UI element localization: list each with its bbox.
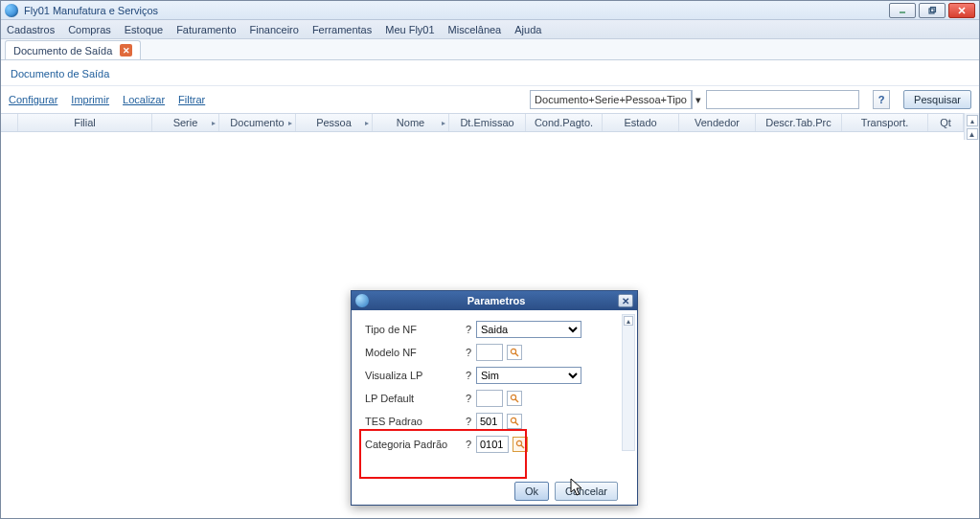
link-filtrar[interactable]: Filtrar (178, 94, 205, 105)
link-localizar[interactable]: Localizar (123, 94, 165, 105)
pesquisar-button[interactable]: Pesquisar (903, 90, 971, 109)
tabstrip: Documento de Saída ✕ (1, 39, 979, 60)
col-serie[interactable]: Serie▸ (152, 114, 219, 131)
search-input[interactable] (706, 90, 859, 109)
minimize-icon (898, 6, 907, 15)
menubar: Cadastros Compras Estoque Faturamento Fi… (1, 20, 979, 39)
input-lp-default[interactable] (476, 390, 503, 407)
dialog-close-button[interactable]: ✕ (618, 294, 633, 307)
col-descrtabprc[interactable]: Descr.Tab.Prc (756, 114, 842, 131)
help-marker[interactable]: ? (461, 324, 476, 335)
restore-button[interactable] (919, 3, 946, 18)
dialog-title: Parametros (375, 295, 618, 306)
cancelar-button[interactable]: Cancelar (555, 482, 618, 501)
lookup-tes-padrao[interactable] (507, 414, 522, 429)
col-pessoa[interactable]: Pessoa▸ (296, 114, 373, 131)
col-nome[interactable]: Nome▸ (373, 114, 449, 131)
search-help-button[interactable]: ? (873, 90, 890, 109)
sort-caret-icon: ▸ (288, 119, 292, 127)
tab-label: Documento de Saída (13, 45, 112, 56)
tab-close-icon[interactable]: ✕ (120, 44, 132, 56)
lookup-categoria-padrao[interactable] (513, 437, 528, 452)
search-icon (510, 394, 519, 403)
label-tes-padrao: TES Padrao (365, 416, 461, 427)
col-condpagto[interactable]: Cond.Pagto. (526, 114, 603, 131)
menu-meu-fly01[interactable]: Meu Fly01 (385, 24, 434, 35)
col-vendedor[interactable]: Vendedor (679, 114, 756, 131)
col-transport[interactable]: Transport. (842, 114, 928, 131)
scroll-up-icon[interactable]: ▴ (624, 316, 633, 326)
menu-faturamento[interactable]: Faturamento (176, 24, 236, 35)
minimize-button[interactable] (889, 3, 916, 18)
search-icon (510, 348, 519, 357)
help-marker[interactable]: ? (461, 439, 476, 450)
svg-rect-2 (931, 7, 936, 11)
close-button[interactable] (948, 3, 975, 18)
cancelar-label: Cancelar (565, 485, 607, 497)
row-tes-padrao: TES Padrao ? (365, 410, 631, 433)
label-tipo-nf: Tipo de NF (365, 324, 461, 335)
svg-line-10 (515, 422, 518, 425)
sort-caret-icon: ▸ (365, 119, 369, 127)
label-lp-default: LP Default (365, 393, 461, 404)
menu-cadastros[interactable]: Cadastros (7, 24, 55, 35)
sort-combo[interactable]: Documento+Serie+Pessoa+Tipo ▾ (530, 90, 693, 109)
panel-title: Documento de Saída (1, 61, 979, 86)
svg-point-7 (511, 395, 515, 399)
parametros-dialog: Parametros ✕ Tipo de NF ? Saida Modelo N… (351, 290, 638, 506)
row-modelo-nf: Modelo NF ? (365, 341, 631, 364)
svg-point-5 (511, 349, 515, 353)
tab-documento-saida[interactable]: Documento de Saída ✕ (5, 40, 141, 59)
help-icon: ? (878, 94, 885, 105)
menu-estoque[interactable]: Estoque (125, 24, 163, 35)
menu-ferramentas[interactable]: Ferramentas (312, 24, 372, 35)
menu-financeiro[interactable]: Financeiro (250, 24, 299, 35)
col-dtemissao[interactable]: Dt.Emissao (449, 114, 526, 131)
grid-marker-col[interactable] (1, 114, 18, 131)
scroll-top-icon[interactable]: ▴ (967, 115, 978, 126)
toolbar: Configurar Imprimir Localizar Filtrar Do… (1, 86, 979, 113)
restore-icon (927, 6, 937, 15)
dialog-body: Tipo de NF ? Saida Modelo NF ? Visualiza… (352, 310, 637, 478)
col-qt[interactable]: Qt (928, 114, 964, 131)
dialog-titlebar[interactable]: Parametros ✕ (352, 291, 637, 310)
close-icon (957, 6, 967, 15)
scroll-up-icon[interactable]: ▲ (967, 128, 978, 140)
link-imprimir[interactable]: Imprimir (71, 94, 109, 105)
col-estado[interactable]: Estado (603, 114, 679, 131)
dialog-app-icon (355, 294, 369, 307)
col-documento[interactable]: Documento▸ (219, 114, 296, 131)
label-modelo-nf: Modelo NF (365, 347, 461, 358)
sort-caret-icon: ▸ (442, 119, 445, 127)
help-marker[interactable]: ? (461, 347, 476, 358)
input-visualiza-lp[interactable]: Sim (476, 367, 581, 384)
input-modelo-nf[interactable] (476, 344, 503, 361)
grid-scroll-gutter[interactable]: ▴ ▲ (964, 113, 979, 140)
label-visualiza-lp: Visualiza LP (365, 370, 461, 381)
input-tipo-nf[interactable]: Saida (476, 321, 581, 338)
ok-button[interactable]: Ok (514, 482, 549, 501)
help-marker[interactable]: ? (461, 393, 476, 404)
lookup-lp-default[interactable] (507, 391, 522, 406)
link-configurar[interactable]: Configurar (9, 94, 57, 105)
menu-compras[interactable]: Compras (68, 24, 111, 35)
menu-ajuda[interactable]: Ajuda (514, 24, 541, 35)
svg-point-9 (511, 417, 515, 422)
search-icon (510, 417, 519, 426)
ok-label: Ok (525, 485, 538, 497)
row-tipo-nf: Tipo de NF ? Saida (365, 318, 631, 341)
help-marker[interactable]: ? (461, 370, 476, 381)
row-lp-default: LP Default ? (365, 387, 631, 410)
help-marker[interactable]: ? (461, 416, 476, 427)
menu-miscelanea[interactable]: Miscelânea (448, 24, 502, 35)
grid-header: Filial Serie▸ Documento▸ Pessoa▸ Nome▸ D… (1, 113, 964, 132)
svg-line-8 (515, 399, 518, 402)
col-filial[interactable]: Filial (18, 114, 152, 131)
input-tes-padrao[interactable] (476, 413, 503, 430)
svg-line-6 (515, 353, 518, 356)
input-categoria-padrao[interactable] (476, 436, 509, 453)
dialog-scrollbar[interactable]: ▴ (622, 314, 635, 451)
label-categoria-padrao: Categoria Padrão (365, 439, 461, 450)
lookup-modelo-nf[interactable] (507, 345, 522, 360)
app-icon (5, 4, 18, 17)
